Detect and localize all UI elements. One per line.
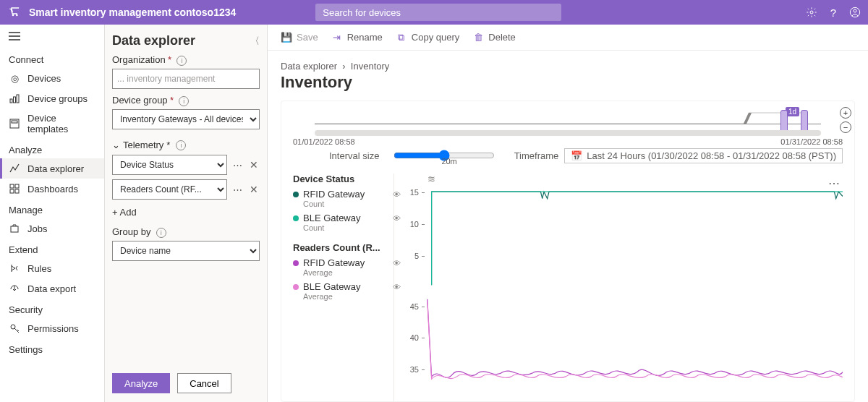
remove-icon[interactable]: ✕: [248, 184, 260, 195]
legend-group-2: Readers Count (R...: [293, 242, 388, 253]
groups-icon: [9, 93, 20, 104]
nav-data-explorer[interactable]: Data explorer: [0, 158, 104, 179]
chart-readers-count: 354045: [394, 288, 843, 402]
nav-section-settings: Settings: [0, 338, 104, 358]
breadcrumb: Data explorer › Inventory: [268, 51, 868, 72]
svg-rect-7: [12, 121, 17, 123]
nav-section-security: Security: [0, 299, 104, 318]
nav-rules[interactable]: Rules: [0, 258, 104, 278]
telemetry-select-2[interactable]: Readers Count (RF...: [112, 179, 227, 200]
add-telemetry-button[interactable]: + Add: [112, 204, 260, 221]
svg-rect-12: [11, 226, 18, 232]
interval-size-value: 20m: [441, 157, 456, 166]
group-by-select[interactable]: Device name: [112, 241, 260, 261]
jobs-icon: [9, 223, 20, 234]
nav-dashboards[interactable]: Dashboards: [0, 179, 104, 199]
template-icon: [9, 118, 20, 129]
analyze-button[interactable]: Analyze: [112, 373, 170, 393]
nav-section-analyze: Analyze: [0, 139, 104, 158]
svg-point-2: [854, 9, 856, 12]
legend-dot: [293, 260, 299, 266]
nav-devices[interactable]: ◎Devices: [0, 68, 104, 88]
breadcrumb-root[interactable]: Data explorer: [281, 61, 337, 72]
info-icon[interactable]: i: [176, 140, 186, 150]
rename-icon: ⇥: [331, 32, 343, 43]
nav-data-export[interactable]: Data export: [0, 278, 104, 299]
search-input[interactable]: [315, 4, 561, 21]
info-icon[interactable]: i: [179, 96, 189, 106]
save-icon: 💾: [281, 32, 292, 43]
nav-device-groups[interactable]: Device groups: [0, 88, 104, 108]
nav-section-connect: Connect: [0, 48, 104, 68]
toolbar: 💾Save ⇥Rename ⧉Copy query 🗑Delete: [268, 25, 868, 51]
svg-rect-10: [10, 189, 14, 193]
account-icon[interactable]: [849, 7, 861, 18]
group-by-label: Group by i: [112, 226, 260, 238]
chart-device-status: 51015: [394, 174, 843, 288]
svg-rect-11: [15, 189, 19, 193]
left-nav: Connect ◎Devices Device groups Device te…: [0, 25, 105, 402]
delete-button[interactable]: 🗑Delete: [472, 32, 516, 43]
device-group-label: Device group * i: [112, 95, 260, 106]
delete-icon: 🗑: [472, 32, 484, 43]
hamburger-icon[interactable]: [0, 29, 104, 48]
legend-item[interactable]: BLE GatewayAverage👁: [293, 281, 388, 301]
rules-icon: [9, 262, 20, 274]
legend-dot: [293, 284, 299, 290]
cart-icon: [7, 5, 22, 20]
gear-icon[interactable]: [806, 7, 817, 18]
more-icon[interactable]: ⋯: [230, 184, 245, 195]
nav-device-templates[interactable]: Device templates: [0, 108, 104, 139]
svg-rect-4: [14, 97, 16, 103]
legend-dot: [293, 192, 299, 197]
nav-section-extend: Extend: [0, 239, 104, 258]
svg-rect-5: [17, 95, 19, 103]
timeline-start: 01/01/2022 08:58: [293, 137, 355, 146]
legend-item[interactable]: BLE GatewayCount👁: [293, 213, 388, 232]
svg-point-0: [810, 11, 813, 14]
svg-rect-8: [10, 184, 14, 188]
interval-size-label: Interval size: [329, 150, 379, 161]
timeframe-label: Timeframe: [514, 150, 559, 161]
svg-rect-3: [10, 99, 12, 103]
dashboard-icon: [9, 183, 20, 194]
copy-icon: ⧉: [396, 32, 407, 43]
organization-input[interactable]: [112, 69, 260, 89]
page-title: Inventory: [268, 72, 868, 100]
save-button[interactable]: 💾Save: [281, 32, 318, 43]
app-title: Smart inventory management contoso1234: [29, 7, 236, 18]
data-explorer-panel: Data explorer 〈 Organization * i Device …: [105, 25, 268, 402]
chart-plots: ≋ ⋯ 51015 354045: [394, 174, 843, 401]
legend-dot: [293, 215, 299, 221]
nav-section-manage: Manage: [0, 199, 104, 218]
help-icon[interactable]: ?: [827, 7, 839, 18]
collapse-panel-icon[interactable]: 〈: [250, 35, 260, 48]
chart-container: +− 1d 01/01/2022 08:58 01/31/2022 08:58 …: [281, 100, 855, 402]
export-icon: [9, 283, 20, 294]
device-group-select[interactable]: Inventory Gateways - All devices: [112, 109, 260, 129]
cancel-button[interactable]: Cancel: [177, 373, 231, 393]
time-range-slider[interactable]: 1d 01/01/2022 08:58 01/31/2022 08:58: [293, 107, 843, 142]
explorer-icon: [9, 163, 20, 174]
legend-item[interactable]: RFID GatewayAverage👁: [293, 257, 388, 277]
timeframe-picker[interactable]: 📅Last 24 Hours (01/30/2022 08:58 - 01/31…: [564, 148, 843, 163]
rename-button[interactable]: ⇥Rename: [331, 32, 383, 43]
info-icon[interactable]: i: [176, 56, 187, 66]
calendar-icon: 📅: [571, 150, 582, 161]
legend-group-1: Device Status: [293, 174, 388, 184]
nav-jobs[interactable]: Jobs: [0, 218, 104, 239]
telemetry-select-1[interactable]: Device Status: [112, 155, 227, 175]
legend-item[interactable]: RFID GatewayCount👁: [293, 189, 388, 208]
info-icon[interactable]: i: [156, 228, 166, 238]
panel-title: Data explorer: [112, 33, 260, 48]
nav-permissions[interactable]: Permissions: [0, 318, 104, 338]
remove-icon[interactable]: ✕: [248, 159, 260, 171]
org-label: Organization * i: [112, 54, 260, 66]
chart-legend: Device Status RFID GatewayCount👁 BLE Gat…: [293, 174, 394, 401]
copy-query-button[interactable]: ⧉Copy query: [396, 32, 459, 43]
breadcrumb-leaf: Inventory: [351, 61, 389, 72]
top-bar: Smart inventory management contoso1234 ?: [0, 0, 868, 25]
more-icon[interactable]: ⋯: [230, 160, 245, 171]
chevron-down-icon: ⌄: [112, 140, 120, 150]
telemetry-label[interactable]: ⌄ Telemetry * i: [112, 140, 260, 150]
